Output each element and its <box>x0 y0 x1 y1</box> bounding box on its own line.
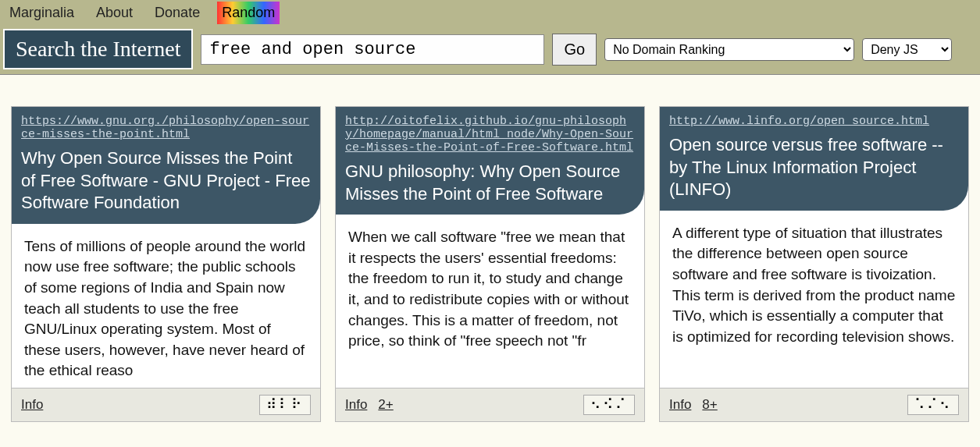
js-policy-select[interactable]: Deny JS <box>862 38 952 61</box>
domain-ranking-select[interactable]: No Domain Ranking <box>604 38 854 61</box>
card-foot: Info 2+ ⠢⠪⠌ <box>336 388 644 421</box>
go-button[interactable]: Go <box>552 34 597 66</box>
rank-dots-icon: ⠾⠇⠗ <box>259 395 311 415</box>
results-row: https://www.gnu.org./philosophy/open-sou… <box>0 75 980 433</box>
result-snippet: Tens of millions of people around the wo… <box>12 224 320 388</box>
result-title: Open source versus free software -- by T… <box>669 134 959 201</box>
result-card: https://www.gnu.org./philosophy/open-sou… <box>11 106 321 422</box>
nav-marginalia[interactable]: Marginalia <box>5 2 79 24</box>
result-url[interactable]: http://oitofelix.github.io/gnu-philosoph… <box>345 115 635 154</box>
card-head: http://oitofelix.github.io/gnu-philosoph… <box>336 107 644 215</box>
top-nav: Marginalia About Donate Random <box>0 0 980 26</box>
result-snippet: A different type of situation that illus… <box>660 211 968 388</box>
card-head: https://www.gnu.org./philosophy/open-sou… <box>12 107 320 224</box>
card-foot: Info 8+ ⠡⠌⠢ <box>660 388 968 421</box>
search-input[interactable] <box>201 34 544 65</box>
result-snippet: When we call software "free we mean that… <box>336 215 644 388</box>
result-title: Why Open Source Misses the Point of Free… <box>21 147 311 215</box>
result-card: http://www.linfo.org/open_source.html Op… <box>659 106 969 422</box>
result-url[interactable]: https://www.gnu.org./philosophy/open-sou… <box>21 115 311 141</box>
more-link[interactable]: 8+ <box>702 397 717 413</box>
nav-about[interactable]: About <box>91 2 137 24</box>
search-bar: Search the Internet Go No Domain Ranking… <box>0 26 980 75</box>
info-link[interactable]: Info <box>345 397 367 413</box>
card-foot: Info ⠾⠇⠗ <box>12 388 320 421</box>
nav-random[interactable]: Random <box>217 2 280 24</box>
info-link[interactable]: Info <box>21 397 43 413</box>
nav-donate[interactable]: Donate <box>150 2 205 24</box>
result-card: http://oitofelix.github.io/gnu-philosoph… <box>335 106 645 422</box>
result-title: GNU philosophy: Why Open Source Misses t… <box>345 161 635 205</box>
card-head: http://www.linfo.org/open_source.html Op… <box>660 107 968 211</box>
info-link[interactable]: Info <box>669 397 691 413</box>
rank-dots-icon: ⠢⠪⠌ <box>583 395 635 415</box>
search-label: Search the Internet <box>3 29 193 69</box>
more-link[interactable]: 2+ <box>378 397 393 413</box>
result-url[interactable]: http://www.linfo.org/open_source.html <box>669 115 959 128</box>
rank-dots-icon: ⠡⠌⠢ <box>907 395 959 415</box>
